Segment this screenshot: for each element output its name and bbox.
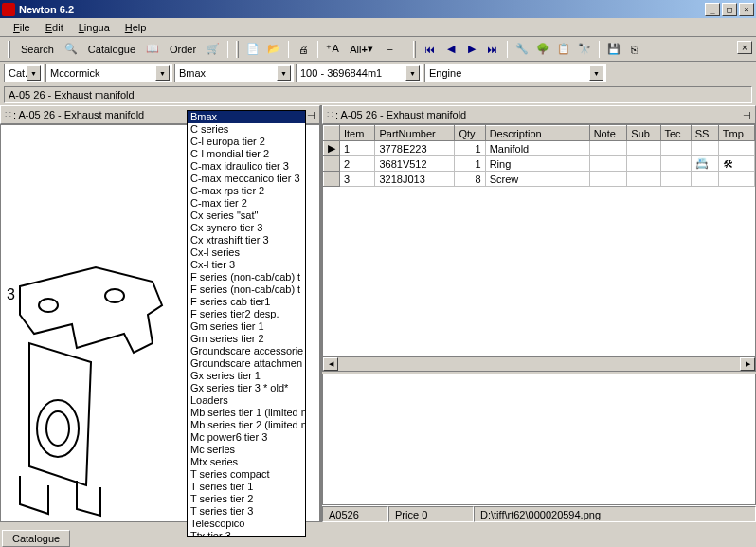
dropdown-option[interactable]: Groundscare accessorie bbox=[188, 345, 305, 357]
dropdown-option[interactable]: Cx-l series bbox=[188, 246, 305, 259]
menu-file[interactable]: File bbox=[6, 20, 38, 35]
cell-partnumber[interactable]: 3681V512 bbox=[375, 156, 455, 172]
add-all-icon[interactable]: ⁺A bbox=[323, 40, 342, 59]
cell-qty[interactable]: 8 bbox=[455, 172, 485, 187]
remove-icon[interactable]: − bbox=[381, 40, 400, 59]
save-icon[interactable]: 💾 bbox=[604, 40, 623, 59]
cell-sub[interactable] bbox=[627, 141, 660, 156]
dropdown-option[interactable]: Gx series tier 3 * old* bbox=[188, 382, 305, 394]
dropdown-option[interactable]: Cx xtrashift tier 3 bbox=[188, 234, 305, 246]
chevron-down-icon[interactable]: ▼ bbox=[589, 65, 603, 81]
dropdown-option[interactable]: Gm series tier 1 bbox=[188, 320, 305, 333]
parts-table-area[interactable]: Item PartNumber Qty Description Note Sub… bbox=[322, 124, 756, 356]
menu-help[interactable]: Help bbox=[117, 20, 154, 35]
dropdown-option[interactable]: C-max rps tier 2 bbox=[188, 185, 305, 197]
cell-qty[interactable]: 1 bbox=[455, 156, 485, 172]
col-sub[interactable]: Sub bbox=[627, 126, 660, 141]
table-row[interactable]: 33218J0138Screw bbox=[324, 172, 755, 187]
col-item[interactable]: Item bbox=[340, 126, 375, 141]
next-icon[interactable]: ▶ bbox=[462, 40, 481, 59]
cell-note[interactable] bbox=[589, 141, 627, 156]
tool1-icon[interactable]: 🔧 bbox=[513, 40, 531, 59]
pin-icon[interactable]: ⊣ bbox=[743, 110, 751, 120]
dropdown-option[interactable]: Bmax bbox=[188, 111, 305, 123]
open-icon[interactable]: 📂 bbox=[264, 40, 283, 59]
cell-sub[interactable] bbox=[627, 156, 660, 172]
dropdown-option[interactable]: T series tier 2 bbox=[188, 493, 305, 505]
search-button[interactable]: Search bbox=[15, 40, 60, 59]
cell-sub[interactable] bbox=[627, 172, 660, 187]
scroll-right-icon[interactable]: ▶ bbox=[740, 357, 755, 371]
menu-lingua[interactable]: Lingua bbox=[71, 20, 117, 35]
new-icon[interactable]: 📄 bbox=[243, 40, 262, 59]
last-icon[interactable]: ⏭ bbox=[483, 40, 502, 59]
cell-tmp[interactable] bbox=[718, 172, 754, 187]
dropdown-option[interactable]: Cx-l tier 3 bbox=[188, 259, 305, 271]
dropdown-option[interactable]: Ttx tier 3 bbox=[188, 530, 305, 537]
model-combo[interactable]: 100 - 3696844m1 ▼ bbox=[296, 64, 423, 82]
col-qty[interactable]: Qty bbox=[455, 126, 485, 141]
table-row[interactable]: ▶13778E2231Manifold bbox=[324, 141, 755, 156]
tree-icon[interactable]: 🌳 bbox=[533, 40, 552, 59]
cell-partnumber[interactable]: 3218J013 bbox=[375, 172, 455, 187]
col-partnumber[interactable]: PartNumber bbox=[375, 126, 455, 141]
table-hscroll[interactable]: ◀ ▶ bbox=[322, 356, 756, 372]
chevron-down-icon[interactable]: ▼ bbox=[155, 65, 170, 81]
cell-partnumber[interactable]: 3778E223 bbox=[375, 141, 455, 156]
dropdown-option[interactable]: Telescopico bbox=[188, 518, 305, 530]
cell-tmp[interactable] bbox=[718, 141, 754, 156]
book-icon[interactable]: 📖 bbox=[143, 40, 162, 59]
cell-note[interactable] bbox=[589, 172, 627, 187]
brand-combo[interactable]: Mccormick ▼ bbox=[45, 64, 172, 82]
list-icon[interactable]: 📋 bbox=[554, 40, 573, 59]
dropdown-option[interactable]: F series (non-cab/cab) t bbox=[188, 283, 305, 296]
dropdown-option[interactable]: Mc series bbox=[188, 444, 305, 456]
dropdown-option[interactable]: F series tier2 desp. bbox=[188, 308, 305, 320]
col-description[interactable]: Description bbox=[485, 126, 589, 141]
print-icon[interactable]: 🖨 bbox=[294, 40, 313, 59]
group-combo[interactable]: Engine ▼ bbox=[424, 64, 606, 82]
dropdown-option[interactable]: Groundscare attachmen bbox=[188, 357, 305, 370]
dropdown-option[interactable]: Mtx series bbox=[188, 456, 305, 468]
chevron-down-icon[interactable]: ▼ bbox=[405, 65, 420, 81]
cart-icon[interactable]: 🛒 bbox=[204, 40, 223, 59]
cell-note[interactable] bbox=[589, 156, 627, 172]
pin-icon[interactable]: ⊣ bbox=[307, 110, 315, 120]
dropdown-option[interactable]: T series tier 3 bbox=[188, 505, 305, 518]
cell-item[interactable]: 2 bbox=[340, 156, 375, 172]
cell-description[interactable]: Screw bbox=[485, 172, 589, 187]
catalogue-button[interactable]: Catalogue bbox=[82, 40, 141, 59]
cat-combo[interactable]: Cat. ▼ bbox=[4, 64, 44, 82]
dropdown-option[interactable]: F series cab tier1 bbox=[188, 296, 305, 308]
dropdown-option[interactable]: Cx series "sat" bbox=[188, 210, 305, 222]
scroll-left-icon[interactable]: ◀ bbox=[323, 357, 338, 371]
cell-ss[interactable]: 📇 bbox=[691, 156, 718, 172]
dropdown-option[interactable]: T series compact bbox=[188, 468, 305, 481]
dropdown-option[interactable]: Mb series tier 2 (limited n bbox=[188, 419, 305, 431]
first-icon[interactable]: ⏮ bbox=[421, 40, 440, 59]
col-ss[interactable]: SS bbox=[691, 126, 718, 141]
cell-tec[interactable] bbox=[660, 141, 691, 156]
menu-edit[interactable]: Edit bbox=[38, 20, 71, 35]
dropdown-option[interactable]: Mb series tier 1 (limited n bbox=[188, 407, 305, 419]
cell-item[interactable]: 3 bbox=[340, 172, 375, 187]
cell-tec[interactable] bbox=[660, 156, 691, 172]
dropdown-option[interactable]: Loaders bbox=[188, 394, 305, 407]
series-dropdown-list[interactable]: BmaxC seriesC-l europa tier 2C-l mondial… bbox=[187, 110, 306, 537]
col-tmp[interactable]: Tmp bbox=[718, 126, 754, 141]
dropdown-option[interactable]: C-max idraulico tier 3 bbox=[188, 160, 305, 173]
export-icon[interactable]: ⎘ bbox=[625, 40, 644, 59]
cell-item[interactable]: 1 bbox=[340, 141, 375, 156]
dropdown-option[interactable]: T series tier 1 bbox=[188, 481, 305, 493]
dropdown-option[interactable]: Cx syncro tier 3 bbox=[188, 222, 305, 234]
dropdown-option[interactable]: Mc power6 tier 3 bbox=[188, 431, 305, 444]
cell-ss[interactable] bbox=[691, 141, 718, 156]
cell-qty[interactable]: 1 bbox=[455, 141, 485, 156]
col-note[interactable]: Note bbox=[589, 126, 627, 141]
cell-tmp[interactable]: 🛠 bbox=[718, 156, 754, 172]
minimize-button[interactable]: _ bbox=[705, 3, 720, 16]
prev-icon[interactable]: ◀ bbox=[441, 40, 460, 59]
search-icon[interactable]: 🔍 bbox=[62, 40, 81, 59]
dropdown-option[interactable]: Gx series tier 1 bbox=[188, 370, 305, 382]
series-combo[interactable]: Bmax ▼ bbox=[174, 64, 294, 82]
